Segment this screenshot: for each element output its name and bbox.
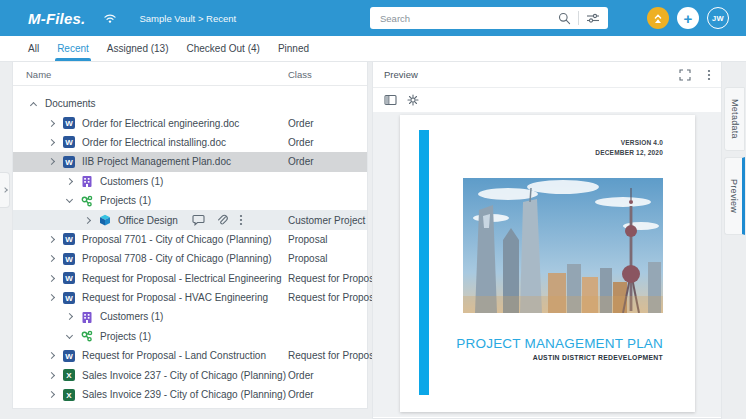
word-file-icon: W bbox=[63, 272, 75, 284]
search-icon[interactable] bbox=[558, 12, 571, 25]
list-item[interactable]: WProposal 7708 - City of Chicago (Planni… bbox=[13, 249, 367, 268]
tab-checked-out[interactable]: Checked Out (4) bbox=[187, 36, 260, 61]
word-file-icon: W bbox=[63, 292, 75, 304]
document-viewer[interactable]: VERSION 4.0 DECEMBER 12, 2020 bbox=[373, 112, 721, 417]
preview-toolbar bbox=[373, 88, 721, 112]
chevron-right-icon[interactable] bbox=[48, 255, 55, 262]
skyline-photo bbox=[463, 178, 663, 313]
list-item[interactable]: Customers (1) bbox=[13, 307, 367, 326]
chevron-right-icon[interactable] bbox=[48, 391, 55, 398]
svg-text:W: W bbox=[65, 255, 73, 264]
tab-all[interactable]: All bbox=[28, 36, 39, 61]
item-class: Order bbox=[288, 137, 314, 148]
fullscreen-icon[interactable] bbox=[679, 69, 691, 81]
chevron-right-icon[interactable] bbox=[48, 275, 55, 282]
chevron-right-icon[interactable] bbox=[48, 372, 55, 379]
list-item[interactable]: WIIB Project Management Plan.docOrder bbox=[13, 152, 367, 171]
list-item[interactable]: Projects (1) bbox=[13, 327, 367, 346]
chevron-right-icon[interactable] bbox=[48, 158, 55, 165]
chevron-right-icon[interactable] bbox=[48, 236, 55, 243]
item-name: Request for Proposal - Electrical Engine… bbox=[82, 273, 282, 284]
breadcrumb[interactable]: Sample Vault > Recent bbox=[139, 13, 236, 24]
excel-file-icon: X bbox=[63, 369, 75, 381]
list-item[interactable]: WOrder for Electrical installing.docOrde… bbox=[13, 133, 367, 152]
chevron-right-icon[interactable] bbox=[66, 313, 73, 320]
chevron-down-icon[interactable] bbox=[66, 196, 73, 203]
customers-icon bbox=[81, 311, 93, 323]
top-header-bar: M-Files. Sample Vault > Recent + JW bbox=[0, 0, 746, 36]
chevron-right-icon[interactable] bbox=[48, 139, 55, 146]
column-header-class[interactable]: Class bbox=[288, 69, 312, 80]
list-item[interactable]: Customers (1) bbox=[13, 172, 367, 191]
item-name: Request for Proposal - HVAC Engineering bbox=[82, 292, 268, 303]
list-item[interactable]: XSales Invoice 239 - City of Chicago (Pl… bbox=[13, 385, 367, 404]
column-header-name[interactable]: Name bbox=[26, 69, 51, 80]
word-file-icon: W bbox=[63, 233, 75, 245]
chevron-down-icon[interactable] bbox=[66, 332, 73, 339]
settings-gear-icon[interactable] bbox=[407, 94, 419, 106]
item-name: Order for Electrical engineering.doc bbox=[82, 118, 239, 129]
doc-title: PROJECT MANAGEMENT PLAN bbox=[456, 336, 663, 351]
chevron-up-icon[interactable] bbox=[30, 102, 37, 109]
paperclip-icon[interactable] bbox=[216, 214, 228, 226]
toggle-sidebar-icon[interactable] bbox=[384, 94, 397, 106]
item-name: Sales Invoice 237 - City of Chicago (Pla… bbox=[82, 370, 286, 381]
list-column-header: Name Class bbox=[13, 62, 367, 86]
chevron-right-icon[interactable] bbox=[84, 216, 91, 223]
object-list: DocumentsWOrder for Electrical engineeri… bbox=[13, 86, 367, 404]
svg-text:W: W bbox=[65, 274, 73, 283]
chevron-right-icon[interactable] bbox=[48, 352, 55, 359]
chevron-right-icon[interactable] bbox=[48, 120, 55, 127]
item-class: Customer Project bbox=[288, 215, 365, 226]
word-file-icon: W bbox=[63, 136, 75, 148]
search-divider bbox=[578, 11, 579, 25]
create-new-button[interactable]: + bbox=[677, 7, 699, 29]
expand-left-panel-handle[interactable] bbox=[0, 172, 10, 208]
kebab-menu-icon[interactable] bbox=[707, 69, 711, 81]
search-bar bbox=[370, 7, 608, 29]
list-item[interactable]: WRequest for Proposal - Land Constructio… bbox=[13, 346, 367, 365]
tab-preview[interactable]: Preview bbox=[724, 157, 745, 235]
tab-pinned[interactable]: Pinned bbox=[278, 36, 309, 61]
list-item[interactable]: WRequest for Proposal - Electrical Engin… bbox=[13, 269, 367, 288]
list-item[interactable]: WProposal 7701 - City of Chicago (Planni… bbox=[13, 230, 367, 249]
search-input[interactable] bbox=[370, 13, 558, 24]
tab-metadata[interactable]: Metadata bbox=[724, 87, 745, 151]
list-item[interactable]: Projects (1) bbox=[13, 191, 367, 210]
svg-text:W: W bbox=[65, 294, 73, 303]
chevron-right-icon[interactable] bbox=[48, 294, 55, 301]
item-name: Projects (1) bbox=[100, 195, 151, 206]
chevron-right-icon[interactable] bbox=[66, 178, 73, 185]
word-file-icon: W bbox=[63, 350, 75, 362]
word-file-icon: W bbox=[63, 156, 75, 168]
item-name: Documents bbox=[45, 98, 96, 109]
svg-text:W: W bbox=[65, 235, 73, 244]
item-class: Request for Proposal bbox=[288, 292, 382, 303]
item-class: Request for Proposal bbox=[288, 273, 382, 284]
doc-subtitle: AUSTIN DISTRICT REDEVELOPMENT bbox=[533, 354, 663, 361]
projects-icon bbox=[81, 330, 93, 342]
customers-icon bbox=[81, 175, 93, 187]
connection-status-icon bbox=[103, 12, 117, 24]
m-files-window: M-Files. Sample Vault > Recent + JW All … bbox=[0, 0, 746, 419]
vault-home-button[interactable] bbox=[647, 7, 669, 29]
list-item[interactable]: WRequest for Proposal - HVAC Engineering… bbox=[13, 288, 367, 307]
list-item[interactable]: Documents bbox=[13, 94, 367, 113]
list-item[interactable]: XSales Invoice 237 - City of Chicago (Pl… bbox=[13, 365, 367, 384]
word-file-icon: W bbox=[63, 117, 75, 129]
svg-text:X: X bbox=[66, 391, 72, 400]
kebab-icon[interactable] bbox=[239, 214, 243, 226]
user-avatar[interactable]: JW bbox=[707, 7, 729, 29]
item-name: Customers (1) bbox=[100, 176, 163, 187]
tab-recent[interactable]: Recent bbox=[57, 36, 89, 61]
list-item[interactable]: WOrder for Electrical engineering.docOrd… bbox=[13, 113, 367, 132]
svg-text:W: W bbox=[65, 158, 73, 167]
list-item[interactable]: Office DesignCustomer Project bbox=[13, 210, 367, 229]
chevron-right-icon bbox=[2, 187, 8, 193]
object-list-panel: Name Class DocumentsWOrder for Electrica… bbox=[12, 62, 368, 409]
search-filters-icon[interactable] bbox=[586, 12, 600, 24]
item-name: Proposal 7708 - City of Chicago (Plannin… bbox=[82, 253, 272, 264]
excel-file-icon: X bbox=[63, 389, 75, 401]
tab-assigned[interactable]: Assigned (13) bbox=[107, 36, 169, 61]
comment-icon[interactable] bbox=[192, 214, 205, 226]
